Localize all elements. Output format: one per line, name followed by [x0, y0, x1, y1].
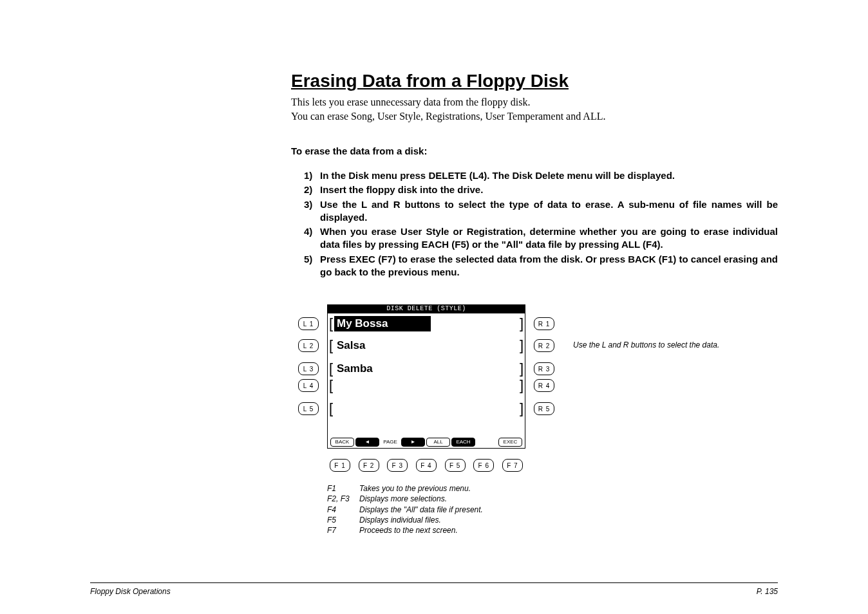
legend-key: F2, F3 [327, 494, 359, 504]
step-item: 1) In the Disk menu press DELETE (L4). T… [304, 169, 778, 182]
list-item[interactable]: Salsa [337, 339, 365, 352]
intro-text: This lets you erase unnecessary data fro… [291, 95, 778, 123]
l3-button[interactable]: L 3 [298, 362, 319, 375]
legend-desc: Displays individual files. [359, 515, 441, 525]
step-text: Press EXEC (F7) to erase the selected da… [320, 253, 778, 279]
f7-button[interactable]: F 7 [502, 459, 523, 472]
step-text: When you erase User Style or Registratio… [320, 225, 778, 252]
page-footer: Floppy Disk Operations P. 135 [90, 582, 778, 596]
list-item[interactable]: Samba [337, 362, 373, 375]
f1-button[interactable]: F 1 [330, 459, 350, 472]
bracket-icon: ] [520, 400, 524, 417]
legend-key: F5 [327, 515, 359, 525]
each-soft-button[interactable]: EACH [451, 438, 475, 447]
l4-button[interactable]: L 4 [298, 379, 319, 392]
legend-key: F4 [327, 505, 359, 515]
f5-button[interactable]: F 5 [445, 459, 466, 472]
legend-desc: Displays the "All" data file if present. [359, 505, 483, 515]
intro-line: This lets you erase unnecessary data fro… [291, 95, 778, 109]
step-text: In the Disk menu press DELETE (L4). The … [320, 169, 778, 182]
r2-button[interactable]: R 2 [534, 339, 554, 352]
l2-button[interactable]: L 2 [298, 339, 319, 352]
step-number: 4) [304, 225, 320, 252]
step-item: 4) When you erase User Style or Registra… [304, 225, 778, 252]
back-soft-button[interactable]: BACK [330, 438, 354, 447]
r5-button[interactable]: R 5 [534, 402, 554, 415]
legend-desc: Takes you to the previous menu. [359, 483, 471, 494]
screen-diagram: DISK DELETE (STYLE) L 1 [ My Bossa ] R 1… [297, 304, 555, 535]
bracket-icon: [ [329, 337, 333, 354]
step-number: 3) [304, 198, 320, 225]
footer-right: P. 135 [757, 587, 778, 596]
step-text: Use the L and R buttons to select the ty… [320, 198, 778, 225]
screen-body: L 1 [ My Bossa ] R 1 L 2 [ Salsa ] R 2 L… [327, 313, 525, 436]
all-soft-button[interactable]: ALL [426, 438, 450, 447]
diagram-area: DISK DELETE (STYLE) L 1 [ My Bossa ] R 1… [297, 304, 778, 535]
f-button-row: F 1 F 2 F 3 F 4 F 5 F 6 F 7 [327, 459, 525, 472]
bracket-icon: ] [520, 337, 524, 354]
r1-button[interactable]: R 1 [534, 317, 554, 330]
page-prev-soft-button[interactable]: ◄ [355, 438, 379, 447]
bracket-icon: ] [520, 377, 524, 394]
page-label: PAGE [381, 439, 400, 445]
f-legend: F1 Takes you to the previous menu. F2, F… [327, 483, 555, 535]
step-number: 2) [304, 183, 320, 196]
bracket-icon: [ [329, 400, 333, 417]
legend-row: F7 Proceeds to the next screen. [327, 525, 555, 535]
f2-button[interactable]: F 2 [359, 459, 379, 472]
screen-row: L 3 [ Samba ] R 3 [328, 362, 525, 375]
step-item: 5) Press EXEC (F7) to erase the selected… [304, 253, 778, 279]
legend-desc: Displays more selections. [359, 494, 447, 504]
legend-desc: Proceeds to the next screen. [359, 525, 458, 535]
legend-row: F4 Displays the "All" data file if prese… [327, 505, 555, 515]
step-number: 1) [304, 169, 320, 182]
legend-key: F7 [327, 525, 359, 535]
intro-line: You can erase Song, User Style, Registra… [291, 109, 778, 124]
footer-left: Floppy Disk Operations [90, 587, 171, 596]
bracket-icon: [ [329, 377, 333, 394]
f3-button[interactable]: F 3 [387, 459, 408, 472]
f4-button[interactable]: F 4 [416, 459, 437, 472]
bracket-icon: [ [329, 360, 333, 377]
legend-row: F1 Takes you to the previous menu. [327, 483, 555, 494]
legend-key: F1 [327, 483, 359, 494]
l5-button[interactable]: L 5 [298, 402, 319, 415]
bracket-icon: ] [520, 360, 524, 377]
screen-row: L 2 [ Salsa ] R 2 [328, 339, 525, 352]
screen-row: L 1 [ My Bossa ] R 1 [328, 316, 525, 331]
bracket-icon: ] [520, 315, 524, 332]
soft-button-row: BACK ◄ PAGE ► ALL EACH EXEC [327, 436, 525, 449]
bracket-icon: [ [329, 315, 333, 332]
exec-soft-button[interactable]: EXEC [498, 438, 522, 447]
list-item-selected[interactable]: My Bossa [334, 316, 431, 331]
step-number: 5) [304, 253, 320, 279]
step-text: Insert the floppy disk into the drive. [320, 183, 778, 196]
subheading: To erase the data from a disk: [291, 145, 778, 156]
r4-button[interactable]: R 4 [534, 379, 554, 392]
screen-header: DISK DELETE (STYLE) [327, 304, 525, 313]
f6-button[interactable]: F 6 [473, 459, 494, 472]
r3-button[interactable]: R 3 [534, 362, 554, 375]
step-item: 3) Use the L and R buttons to select the… [304, 198, 778, 225]
side-note: Use the L and R buttons to select the da… [573, 340, 719, 349]
page-title: Erasing Data from a Floppy Disk [291, 71, 778, 91]
l1-button[interactable]: L 1 [298, 317, 319, 330]
legend-row: F2, F3 Displays more selections. [327, 494, 555, 504]
page-next-soft-button[interactable]: ► [401, 438, 425, 447]
step-item: 2) Insert the floppy disk into the drive… [304, 183, 778, 196]
step-list: 1) In the Disk menu press DELETE (L4). T… [291, 169, 778, 279]
legend-row: F5 Displays individual files. [327, 515, 555, 525]
